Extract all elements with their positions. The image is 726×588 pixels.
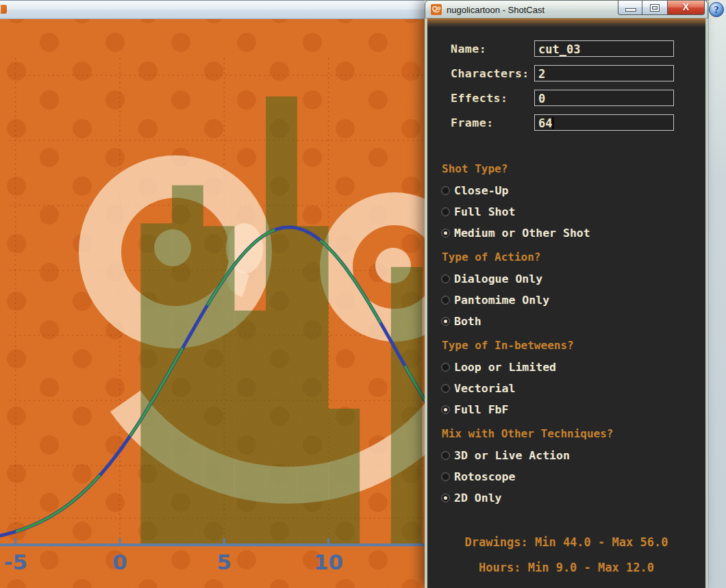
radio-button[interactable] <box>441 384 450 393</box>
minimize-icon <box>626 9 636 11</box>
field-label-name: Name: <box>451 42 534 55</box>
help-button[interactable]: ? <box>709 2 724 17</box>
glass-edge-band <box>427 18 705 27</box>
radio-label: Full FbF <box>454 403 508 416</box>
field-value: cut_03 <box>538 42 580 56</box>
shotcast-logo-icon <box>431 4 442 15</box>
section-title: Type of In-betweens? <box>442 340 705 351</box>
radio-option-medium-or-other-shot[interactable]: Medium or Other Shot <box>441 222 705 244</box>
radio-button[interactable] <box>441 317 450 326</box>
dialog-title: nugolicartoon - ShotCast <box>447 5 544 15</box>
radio-option-loop-or-limited[interactable]: Loop or Limited <box>441 357 705 378</box>
dialog-sections: Shot Type?Close-UpFull ShotMedium or Oth… <box>427 164 705 509</box>
radio-label: Full Shot <box>454 205 515 218</box>
radio-button[interactable] <box>441 405 450 414</box>
radio-option-both[interactable]: Both <box>441 311 705 332</box>
radio-option-close-up[interactable]: Close-Up <box>441 180 705 201</box>
radio-button[interactable] <box>441 274 450 283</box>
radio-button[interactable] <box>441 186 450 195</box>
radio-option-vectorial[interactable]: Vectorial <box>441 378 705 399</box>
field-value: 2 <box>538 67 545 81</box>
dialog-body: Name:cut_03Characters:2Effects:0Frame:64… <box>425 18 708 588</box>
field-row: Effects:0 <box>451 90 705 106</box>
section-type-of-in-betweens: Type of In-betweens?Loop or LimitedVecto… <box>427 340 705 420</box>
field-label-effects: Effects: <box>451 92 534 105</box>
footer-line: Hours: Min 9.0 - Max 12.0 <box>427 561 705 574</box>
background-window-right-edge <box>708 0 726 588</box>
section-title: Type of Action? <box>442 252 705 263</box>
field-value: 64 <box>538 116 552 130</box>
field-value: 0 <box>538 92 545 105</box>
radio-label: Vectorial <box>454 382 515 395</box>
radio-option-dialogue-only[interactable]: Dialogue Only <box>441 268 705 290</box>
radio-button[interactable] <box>441 229 450 238</box>
maximize-button[interactable] <box>642 1 667 15</box>
radio-label: 2D Only <box>454 491 502 504</box>
radio-label: Medium or Other Shot <box>454 227 590 240</box>
field-input-effects[interactable]: 0 <box>534 90 674 106</box>
radio-label: Rotoscope <box>454 470 515 483</box>
field-label-characters: Characters: <box>451 67 534 80</box>
radio-label: 3D or Live Action <box>454 449 570 462</box>
section-shot-type: Shot Type?Close-UpFull ShotMedium or Oth… <box>427 164 705 244</box>
field-label-frame: Frame: <box>451 116 534 129</box>
radio-option-full-shot[interactable]: Full Shot <box>441 201 705 222</box>
section-type-of-action: Type of Action?Dialogue OnlyPantomime On… <box>427 252 705 332</box>
radio-button[interactable] <box>441 494 450 502</box>
radio-option-3d-or-live-action[interactable]: 3D or Live Action <box>441 445 705 466</box>
field-row: Name:cut_03 <box>451 40 705 57</box>
window-buttons: X <box>618 1 705 15</box>
radio-label: Dialogue Only <box>454 272 542 285</box>
radio-option-2d-only[interactable]: 2D Only <box>441 487 705 509</box>
radio-option-rotoscope[interactable]: Rotoscope <box>441 466 705 487</box>
radio-option-full-fbf[interactable]: Full FbF <box>441 399 705 420</box>
field-input-characters[interactable]: 2 <box>534 65 674 81</box>
close-button[interactable]: X <box>667 1 705 15</box>
radio-label: Close-Up <box>454 184 508 197</box>
dialog-fields: Name:cut_03Characters:2Effects:0Frame:64 <box>427 40 705 131</box>
radio-button[interactable] <box>441 207 450 216</box>
field-input-name[interactable]: cut_03 <box>534 40 674 57</box>
radio-button[interactable] <box>441 451 450 460</box>
radio-button[interactable] <box>441 363 450 372</box>
screenshot-root: -50510 ? nugolicartoon - ShotCast <box>0 0 726 588</box>
section-title: Mix with Other Techniques? <box>442 429 705 439</box>
maximize-icon <box>651 5 659 11</box>
dialog-footer: Drawings: Min 44.0 - Max 56.0Hours: Min … <box>427 536 705 587</box>
shotcast-dialog: nugolicartoon - ShotCast X Name:cut_03Ch… <box>425 0 708 588</box>
dialog-titlebar[interactable]: nugolicartoon - ShotCast X <box>425 0 708 18</box>
field-row: Characters:2 <box>451 65 705 81</box>
radio-label: Pantomime Only <box>454 294 549 307</box>
radio-option-pantomime-only[interactable]: Pantomime Only <box>441 290 705 311</box>
footer-line: Drawings: Min 44.0 - Max 56.0 <box>427 536 705 548</box>
radio-label: Loop or Limited <box>454 361 556 374</box>
radio-button[interactable] <box>441 472 450 481</box>
field-input-frame[interactable]: 64 <box>534 114 674 131</box>
field-row: Frame:64 <box>451 114 705 131</box>
text-caret <box>552 117 554 129</box>
section-mix-with-other-techniques: Mix with Other Techniques?3D or Live Act… <box>427 429 705 509</box>
section-title: Shot Type? <box>442 164 705 175</box>
radio-button[interactable] <box>441 296 450 305</box>
background-window-icon <box>1 5 7 14</box>
minimize-button[interactable] <box>618 1 642 15</box>
radio-label: Both <box>454 315 481 328</box>
